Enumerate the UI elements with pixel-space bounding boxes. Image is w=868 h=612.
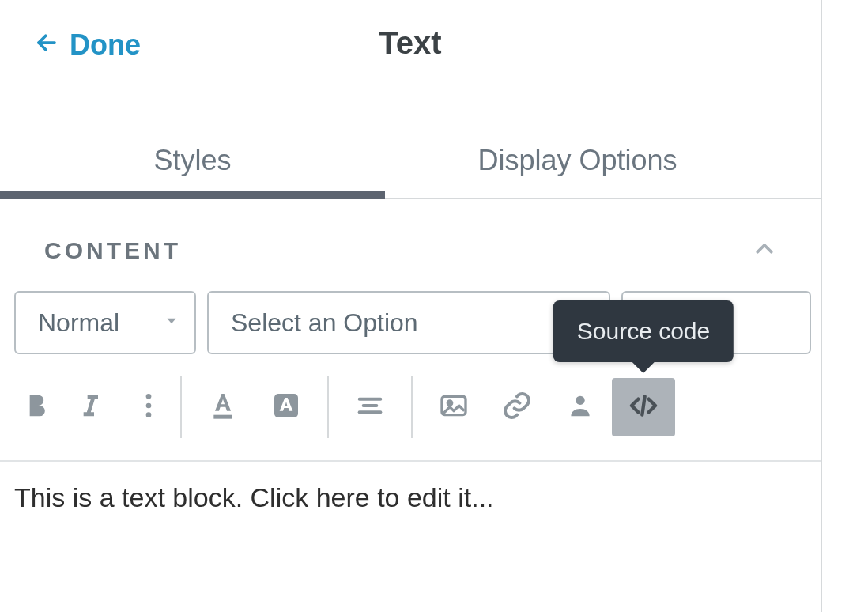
text-editor-area[interactable]: This is a text block. Click here to edit… [0,462,821,534]
tooltip: Source code [553,300,734,362]
svg-point-2 [146,403,152,409]
text-color-icon [207,390,239,425]
svg-line-12 [642,396,644,414]
more-formatting-button[interactable] [126,378,171,436]
tooltip-text: Source code [577,318,710,344]
svg-point-1 [146,394,152,399]
svg-point-10 [447,401,451,405]
toolbar-separator [180,376,182,438]
background-color-icon [270,390,302,425]
panel-header: Done Text [0,0,821,79]
section-title: CONTENT [44,237,181,264]
italic-icon [74,390,106,425]
source-code-button-wrap: Source code [612,378,675,436]
source-code-button[interactable] [612,378,675,436]
tab-label: Display Options [477,144,677,176]
insert-image-button[interactable] [422,378,485,436]
editor-placeholder: This is a text block. Click here to edit… [14,482,806,513]
page-title: Text [0,25,821,61]
format-select[interactable]: Normal [14,291,196,354]
tab-styles[interactable]: Styles [0,127,385,198]
insert-merge-tag-button[interactable] [549,378,612,436]
background-color-button[interactable] [255,378,318,436]
format-select-value: Normal [38,308,119,338]
align-button[interactable] [338,378,402,436]
tab-display-options[interactable]: Display Options [385,127,770,198]
option-select[interactable]: Select an Option [207,291,610,354]
content-section-header[interactable]: CONTENT [0,199,821,288]
toolbar-separator [411,376,413,438]
text-color-button[interactable] [191,378,255,436]
option-select-placeholder: Select an Option [231,308,418,338]
tab-label: Styles [153,144,231,176]
svg-point-11 [576,396,584,405]
link-icon [501,390,533,425]
format-toolbar: Source code [0,354,821,462]
more-vertical-icon [133,390,164,425]
svg-rect-4 [213,415,232,419]
bold-button[interactable] [14,378,58,436]
person-icon [564,390,596,425]
italic-button[interactable] [65,378,115,436]
svg-point-3 [146,412,152,417]
align-center-icon [354,390,386,425]
tabs: Styles Display Options [0,127,821,199]
code-icon [628,390,659,425]
caret-down-icon [163,312,180,333]
insert-link-button[interactable] [485,378,549,436]
chevron-up-icon [753,237,776,264]
image-icon [438,390,470,425]
bold-icon [21,390,52,425]
editor-panel: Done Text Styles Display Options CONTENT… [0,0,822,612]
toolbar-separator [327,376,329,438]
